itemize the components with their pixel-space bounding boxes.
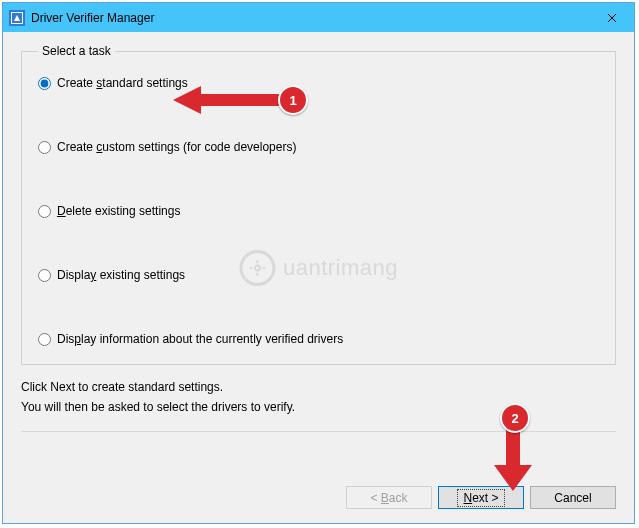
cancel-button[interactable]: Cancel [530, 486, 616, 509]
hint-line-1: Click Next to create standard settings. [21, 377, 616, 397]
radio-create-custom[interactable]: Create custom settings (for code develop… [38, 140, 599, 154]
task-group: Select a task Create standard settings C… [21, 44, 616, 365]
radio-display-info-label: Display information about the currently … [57, 332, 343, 346]
next-button[interactable]: Next > [438, 486, 524, 509]
radio-display-info-input[interactable] [38, 333, 51, 346]
radio-display-existing[interactable]: Display existing settings [38, 268, 599, 282]
radio-display-info[interactable]: Display information about the currently … [38, 332, 599, 346]
back-button: < Back [346, 486, 432, 509]
button-bar: < Back Next > Cancel [346, 486, 616, 509]
window-frame: Driver Verifier Manager Select a task Cr… [2, 2, 635, 524]
close-button[interactable] [589, 3, 634, 32]
hint-text: Click Next to create standard settings. … [21, 377, 616, 417]
dialog-body: Select a task Create standard settings C… [3, 32, 634, 523]
radio-delete-existing-input[interactable] [38, 205, 51, 218]
radio-create-standard-label: Create standard settings [57, 76, 188, 90]
hint-line-2: You will then be asked to select the dri… [21, 397, 616, 417]
radio-create-standard-input[interactable] [38, 77, 51, 90]
radio-delete-existing[interactable]: Delete existing settings [38, 204, 599, 218]
radio-display-existing-input[interactable] [38, 269, 51, 282]
radio-delete-existing-label: Delete existing settings [57, 204, 180, 218]
title-bar: Driver Verifier Manager [3, 3, 634, 32]
window-title: Driver Verifier Manager [31, 11, 154, 25]
radio-create-custom-label: Create custom settings (for code develop… [57, 140, 296, 154]
task-group-legend: Select a task [38, 44, 115, 58]
radio-display-existing-label: Display existing settings [57, 268, 185, 282]
app-icon [9, 10, 25, 26]
divider [21, 431, 616, 432]
radio-create-custom-input[interactable] [38, 141, 51, 154]
radio-create-standard[interactable]: Create standard settings [38, 76, 599, 90]
close-icon [607, 13, 617, 23]
